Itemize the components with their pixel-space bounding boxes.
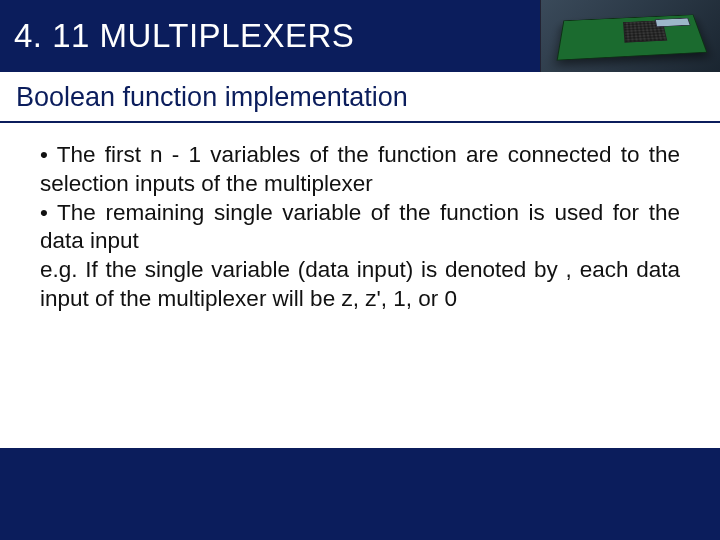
bullet-item: • The first n - 1 variables of the funct… bbox=[40, 141, 680, 199]
footer-bar bbox=[0, 448, 720, 540]
lcd-graphic bbox=[655, 18, 691, 27]
slide-title: 4. 11 MULTIPLEXERS bbox=[14, 17, 354, 55]
hardware-photo bbox=[540, 0, 720, 72]
title-bar: 4. 11 MULTIPLEXERS bbox=[0, 0, 720, 72]
body-text: • The first n - 1 variables of the funct… bbox=[0, 123, 720, 314]
subtitle: Boolean function implementation bbox=[16, 82, 704, 113]
bullet-item: • The remaining single variable of the f… bbox=[40, 199, 680, 257]
circuit-board-graphic bbox=[557, 14, 708, 60]
subtitle-row: Boolean function implementation bbox=[0, 72, 720, 123]
bullet-item: e.g. If the single variable (data input)… bbox=[40, 256, 680, 314]
slide: 4. 11 MULTIPLEXERS Boolean function impl… bbox=[0, 0, 720, 540]
